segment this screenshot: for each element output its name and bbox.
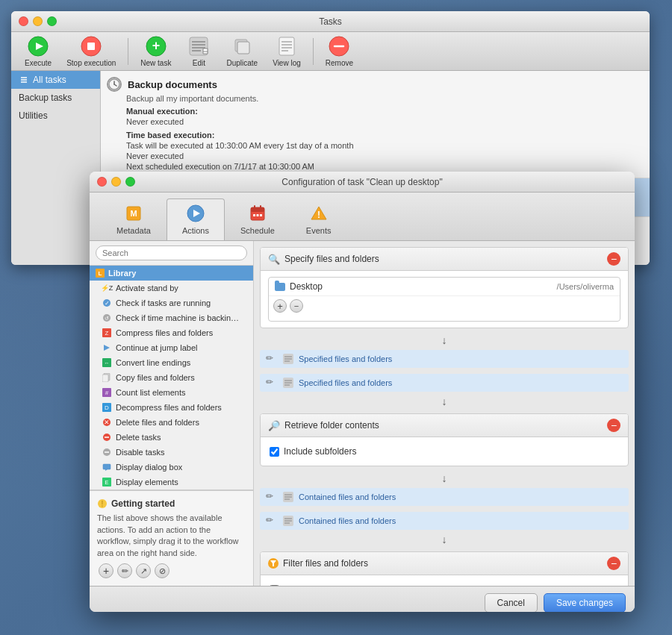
view-log-label: View log	[273, 59, 301, 67]
arrow-3: ↓	[254, 472, 635, 484]
dialog-min-button[interactable]	[111, 177, 121, 187]
cancel-button[interactable]: Cancel	[485, 593, 538, 613]
minimize-button[interactable]	[33, 16, 43, 26]
action-row-contained-1: ✏ Contained files and folders	[260, 488, 629, 506]
tab-events[interactable]: ! Events	[290, 198, 347, 240]
action-edit-3[interactable]: ✏	[266, 491, 278, 503]
svg-text:Z: Z	[105, 330, 109, 337]
files-list: Desktop /Users/oliverma + −	[268, 277, 620, 322]
backup-tasks-label: Backup tasks	[19, 93, 72, 103]
getting-started: ! Getting started The list above shows t…	[90, 489, 253, 586]
events-icon: !	[308, 203, 329, 224]
lib-item-activate-standby[interactable]: ⚡Z Activate stand by	[90, 281, 253, 295]
lib-item-disable-tasks[interactable]: Disable tasks	[90, 445, 253, 460]
tasks-sidebar: All tasks Backup tasks Utilities	[11, 71, 101, 265]
dialog-max-button[interactable]	[125, 177, 135, 187]
task-title-backup: Backup documents	[128, 79, 217, 90]
remove-icon	[329, 36, 349, 57]
lib-item-display-dialog[interactable]: Display dialog box	[90, 460, 253, 475]
duplicate-button[interactable]: Duplicate	[220, 33, 264, 70]
dialog-close-button[interactable]	[97, 177, 107, 187]
lib-item-copy[interactable]: Copy files and folders	[90, 370, 253, 385]
main-window-title: Tasks	[319, 16, 342, 27]
all-tasks-label: All tasks	[33, 75, 66, 85]
gs-toolbar: + ✏ ↗ ⊘	[97, 563, 246, 578]
sidebar-item-all-tasks[interactable]: All tasks	[11, 71, 100, 89]
stop-label: Stop execution	[66, 59, 116, 67]
remove-file-btn[interactable]: −	[290, 299, 303, 313]
lib-item-count[interactable]: # Count list elements	[90, 385, 253, 400]
svg-text:!: !	[101, 500, 103, 508]
remove-button[interactable]: Remove	[320, 33, 359, 70]
execute-label: Execute	[25, 59, 52, 67]
sidebar-item-backup[interactable]: Backup tasks	[11, 89, 100, 107]
lib-item-check-tasks[interactable]: ✓ Check if tasks are running	[90, 295, 253, 310]
gs-edit-button[interactable]: ✏	[117, 563, 132, 578]
tab-actions[interactable]: Actions	[167, 198, 225, 240]
svg-text:✓: ✓	[105, 300, 110, 307]
lib-item-convert[interactable]: ↔ Convert line endings	[90, 355, 253, 370]
duplicate-icon	[231, 36, 252, 57]
ignore-files-row: Ignore files and folders which cannot be…	[268, 581, 620, 586]
view-log-button[interactable]: View log	[267, 33, 307, 70]
retrieve-folder-header: 🔎 Retrieve folder contents −	[261, 414, 628, 437]
edit-button[interactable]: Edit	[180, 33, 217, 70]
traffic-lights	[19, 16, 57, 26]
svg-text:↺: ↺	[105, 316, 109, 321]
svg-rect-14	[237, 42, 249, 54]
gs-share-button[interactable]: ↗	[136, 563, 151, 578]
action-pair-2: ✏ Contained files and folders ✏ Containe…	[254, 486, 635, 532]
svg-rect-38	[256, 214, 258, 216]
main-toolbar: Execute Stop execution + New task Edit D	[11, 32, 650, 71]
gs-info-button[interactable]: ⊘	[155, 563, 169, 578]
execute-button[interactable]: Execute	[19, 33, 57, 70]
sidebar-item-utilities[interactable]: Utilities	[11, 107, 100, 125]
section-remove-filter[interactable]: −	[607, 557, 620, 570]
action-edit-4[interactable]: ✏	[266, 515, 278, 527]
action-label-specified-2: Specified files and folders	[299, 378, 392, 387]
close-button[interactable]	[19, 16, 28, 26]
lib-item-compress[interactable]: Z Compress files and folders	[90, 325, 253, 340]
specify-files-header: 🔍 Specify files and folders −	[261, 248, 628, 271]
lib-item-continue[interactable]: Continue at jump label	[90, 340, 253, 355]
save-changes-button[interactable]: Save changes	[544, 593, 626, 613]
action-edit-2[interactable]: ✏	[266, 377, 278, 389]
dialog-titlebar: Configuration of task "Clean up desktop"	[90, 172, 635, 193]
lib-item-delete-files[interactable]: ✕ Delete files and folders	[90, 415, 253, 430]
maximize-button[interactable]	[47, 16, 57, 26]
task-item-backup[interactable]: Backup documents Backup all my important…	[101, 71, 650, 178]
stop-execution-button[interactable]: Stop execution	[60, 33, 122, 70]
action-row-specified-1: ✏ Specified files and folders	[260, 350, 629, 368]
view-log-icon	[276, 36, 297, 57]
svg-rect-34	[251, 207, 264, 212]
action-pair-1: ✏ Specified files and folders ✏ Specifie…	[254, 348, 635, 394]
tab-schedule[interactable]: Schedule	[225, 198, 290, 240]
library-icon: L	[96, 269, 105, 278]
lib-item-check-time-machine[interactable]: ↺ Check if time machine is backing up da…	[90, 310, 253, 325]
lib-item-delete-tasks[interactable]: Delete tasks	[90, 430, 253, 445]
new-task-button[interactable]: + New task	[134, 33, 177, 70]
action-edit-1[interactable]: ✏	[266, 353, 278, 365]
include-subfolders-checkbox[interactable]	[270, 447, 279, 457]
toolbar-divider-2	[313, 38, 314, 65]
file-name: Desktop	[275, 281, 323, 292]
add-file-btn[interactable]: +	[273, 299, 287, 313]
getting-started-text: The list above shows the available actio…	[97, 513, 246, 559]
stop-icon	[81, 36, 102, 57]
actions-tab-label: Actions	[182, 226, 209, 235]
lib-item-display-elements[interactable]: E Display elements	[90, 475, 253, 489]
arrow-2: ↓	[254, 395, 635, 407]
section-remove-specify[interactable]: −	[607, 252, 620, 266]
search-input[interactable]	[96, 245, 247, 260]
config-dialog: Configuration of task "Clean up desktop"…	[90, 172, 635, 612]
action-label-specified-1: Specified files and folders	[299, 354, 392, 363]
gs-add-button[interactable]: +	[99, 563, 113, 578]
edit-icon	[188, 36, 209, 57]
ignore-files-checkbox[interactable]	[270, 585, 279, 586]
task-meta-backup: Manual execution: Never executed Time ba…	[126, 106, 641, 172]
svg-line-28	[114, 84, 116, 86]
lib-item-decompress[interactable]: D Decompress files and folders	[90, 400, 253, 415]
tab-metadata[interactable]: M Metadata	[101, 198, 167, 240]
section-remove-retrieve[interactable]: −	[607, 419, 620, 432]
svg-rect-65	[103, 464, 111, 469]
